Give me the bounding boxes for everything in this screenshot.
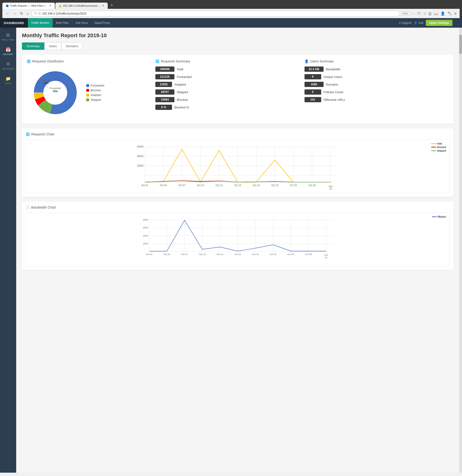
legend-skipped: Skipped [86,98,104,102]
policies-value: 5 [304,89,321,95]
tab2-close[interactable]: ✕ [102,4,104,7]
skipped-color [86,98,89,101]
requests-chart-legend: total blocked skipped [431,142,446,152]
sidebar-item-realtime[interactable]: ⊞ REAL TIME [0,30,16,43]
sidebar-item-settings[interactable]: ⚙ SETTINGS [0,59,16,72]
nav-traffic-monitor[interactable]: Traffic Monitor [28,18,53,28]
svg-text:Oct 16: Oct 16 [234,184,241,187]
svg-text:Oct 13: Oct 13 [217,253,223,255]
stat-skipped: 28707 Skipped [155,89,300,95]
menu-button[interactable]: ≡ [454,11,457,16]
summary-grid: 🌐 Requests Distribution [27,59,449,119]
new-tab-button[interactable]: + [108,2,116,9]
bandwidth-chart-svg: 8000 6000 4000 2000 [28,215,447,263]
profile-button[interactable]: 👤 [440,11,446,17]
container-icon[interactable]: ||| [428,11,432,16]
requests-chart-area: total blocked skipped [26,139,450,193]
svg-text:6000: 6000 [143,226,148,229]
svg-text:Oct: Oct [325,254,328,256]
home-button[interactable]: ⌂ [25,10,30,17]
skipped-value: 28707 [155,89,174,95]
legend-adapted: Adapted [86,94,104,97]
svg-text:4000: 4000 [143,234,148,237]
donut-chart-container: Forwarded 79% Skipped 11% [27,67,151,119]
reload-button[interactable]: ↻ [19,10,24,17]
requests-summary-title: 🌐 Requests Summary [155,59,300,63]
security-icon-2: ⊘ [39,12,41,15]
bandwidth-chart-title: 📄 Bandwidth Chart [26,205,450,209]
tab-users[interactable]: Users [44,42,61,50]
policies-label: Policies Count [324,90,343,94]
nav-anti-virus[interactable]: Anti Virus [72,18,91,28]
sidebar-item-logs[interactable]: 📁 LOGS [0,74,16,87]
summary-card: 🌐 Requests Distribution [22,55,454,124]
more-options-button[interactable]: ··· [411,11,416,16]
requests-summary-section: 🌐 Requests Summary 266069 Total 211216 F… [155,59,300,119]
bandwidth-chart-card: 📄 Bandwidth Chart Mbytes [22,202,454,270]
support-button[interactable]: ℹ Support [399,21,412,25]
svg-text:Oct 01: Oct 01 [141,184,148,187]
stat-forwarded: 211216 Forwarded [155,74,300,79]
bookmark-button[interactable]: ☆ [422,11,427,17]
forward-button[interactable]: → [12,10,18,17]
apply-settings-button[interactable]: Apply Settings [426,20,453,26]
svg-text:Oct 10: Oct 10 [199,253,206,255]
nav-squid-proxy[interactable]: Squid Proxy [91,18,113,28]
svg-text:Oct 22: Oct 22 [271,184,278,187]
svg-text:60000: 60000 [137,145,144,148]
user-button[interactable]: 👤 root [414,21,423,25]
requests-chart-card: 🌐 Requests Chart total blocked [22,128,454,197]
url-bar[interactable]: 🛡 ⊘ 192.168.4.12/traffic/summary/2019 [31,11,400,17]
legend-mbytes: Mbytes [432,215,446,218]
adapted-color [86,94,89,96]
svg-text:Oct 19: Oct 19 [253,184,260,187]
sidebar-item-history[interactable]: 📅 HISTORY [0,45,16,58]
browser-tab-2[interactable]: 🔒 192.168.4.12/traffic/summary/2019... ✕ [55,3,108,9]
skipped-label: Skipped [177,90,188,94]
donut-chart-svg: Forwarded 79% Skipped 11% [29,69,82,117]
user-icon-2: 👤 [304,59,309,63]
svg-text:Skipped: Skipped [42,79,50,82]
requests-distribution-title: 🌐 Requests Distribution [27,59,151,63]
dashboard-brand[interactable]: DASHBOARD [0,18,28,28]
svg-text:Oct 07: Oct 07 [181,253,188,255]
svg-text:Oct 28: Oct 28 [309,184,316,187]
file-icon: 📄 [26,205,30,209]
tab1-close[interactable]: ✕ [49,4,51,7]
legend-blocked: Blocked [86,89,104,92]
legend-total: total [431,142,446,145]
browser-tab-1[interactable]: 🔵 Traffic Reports — Web Filter for Yo ✕ [2,3,55,9]
globe-icon-1: 🌐 [27,59,31,63]
stat-adapted: 11052 Adapted [155,82,300,87]
svg-text:31: 31 [325,256,328,259]
svg-text:Oct 04: Oct 04 [163,253,170,255]
svg-text:Oct 19: Oct 19 [252,253,259,255]
url-text[interactable]: 192.168.4.12/traffic/summary/2019 [42,12,396,15]
forwarded-label: Forwarded [177,75,192,79]
back-button[interactable]: ← [5,10,10,17]
tab-summary[interactable]: Summary [22,42,44,50]
svg-text:Oct 25: Oct 25 [287,253,294,255]
total-legend-color [431,143,436,144]
svg-text:Oct 01: Oct 01 [146,253,152,255]
security-shield-icon: 🛡 [34,12,37,15]
nav-web-filter[interactable]: Web Filter [53,18,72,28]
scrollbar[interactable] [459,28,462,473]
requests-chart-title: 🌐 Requests Chart [26,132,450,136]
legend-skipped-chart: skipped [431,149,446,152]
bookmark-shield-button[interactable]: 🛡 [417,11,421,16]
tab-domains[interactable]: Domains [61,42,83,50]
page-title: Monthly Traffic Report for 2019-10 [22,32,454,39]
donut-legend: Forwarded Blocked Adapted [86,84,104,102]
tab2-title: 192.168.4.12/traffic/summary/2019... [63,4,101,7]
requests-chart-svg: 60000 40000 20000 [28,142,447,190]
main-content: Monthly Traffic Report for 2019-10 Summa… [16,28,459,473]
extensions-button[interactable]: 🔧 [447,11,453,17]
stat-bandwidth: 12.3 GB Bandwidth [304,67,449,72]
blocked-color [86,89,89,92]
reader-mode-button[interactable]: 📖 [433,11,439,17]
scrollbar-thumb[interactable] [459,35,462,54]
svg-text:20000: 20000 [137,164,144,167]
legend-forwarded: Forwarded [86,84,104,87]
top-nav: DASHBOARD Traffic Monitor Web Filter Ant… [0,18,462,28]
